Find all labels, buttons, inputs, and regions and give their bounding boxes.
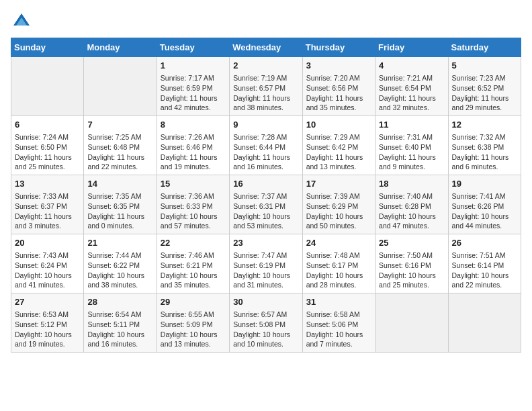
day-info: Sunrise: 7:36 AM Sunset: 6:33 PM Dayligh…: [161, 191, 226, 231]
day-number: 19: [452, 178, 517, 190]
day-info: Sunrise: 7:40 AM Sunset: 6:28 PM Dayligh…: [379, 191, 444, 231]
calendar-cell: 15Sunrise: 7:36 AM Sunset: 6:33 PM Dayli…: [157, 175, 229, 234]
day-number: 7: [87, 119, 152, 131]
calendar-cell: 27Sunrise: 6:53 AM Sunset: 5:12 PM Dayli…: [11, 293, 84, 353]
day-number: 24: [306, 237, 371, 249]
day-number: 8: [161, 119, 226, 131]
day-info: Sunrise: 7:20 AM Sunset: 6:56 PM Dayligh…: [306, 73, 371, 113]
calendar-cell: 6Sunrise: 7:24 AM Sunset: 6:50 PM Daylig…: [11, 116, 84, 175]
calendar-week-row: 1Sunrise: 7:17 AM Sunset: 6:59 PM Daylig…: [11, 57, 521, 116]
calendar-cell: 14Sunrise: 7:35 AM Sunset: 6:35 PM Dayli…: [84, 175, 157, 234]
day-info: Sunrise: 7:46 AM Sunset: 6:21 PM Dayligh…: [161, 250, 226, 290]
day-info: Sunrise: 6:54 AM Sunset: 5:11 PM Dayligh…: [87, 310, 152, 349]
day-info: Sunrise: 7:28 AM Sunset: 6:44 PM Dayligh…: [233, 132, 298, 172]
calendar-cell: 5Sunrise: 7:23 AM Sunset: 6:52 PM Daylig…: [448, 57, 521, 116]
day-info: Sunrise: 7:25 AM Sunset: 6:48 PM Dayligh…: [87, 132, 152, 172]
calendar-cell: 12Sunrise: 7:32 AM Sunset: 6:38 PM Dayli…: [448, 116, 521, 175]
calendar-cell: 31Sunrise: 6:58 AM Sunset: 5:06 PM Dayli…: [302, 293, 375, 353]
day-info: Sunrise: 7:37 AM Sunset: 6:31 PM Dayligh…: [233, 191, 298, 231]
day-number: 21: [87, 237, 152, 249]
day-info: Sunrise: 6:55 AM Sunset: 5:09 PM Dayligh…: [161, 310, 226, 349]
day-number: 29: [161, 296, 226, 308]
day-info: Sunrise: 7:47 AM Sunset: 6:19 PM Dayligh…: [233, 250, 298, 290]
calendar-cell: 9Sunrise: 7:28 AM Sunset: 6:44 PM Daylig…: [230, 116, 302, 175]
calendar-header: SundayMondayTuesdayWednesdayThursdayFrid…: [11, 38, 521, 57]
calendar-cell: 7Sunrise: 7:25 AM Sunset: 6:48 PM Daylig…: [84, 116, 157, 175]
calendar-cell: 25Sunrise: 7:50 AM Sunset: 6:16 PM Dayli…: [375, 234, 448, 293]
calendar-cell: 16Sunrise: 7:37 AM Sunset: 6:31 PM Dayli…: [230, 175, 302, 234]
weekday-header-thursday: Thursday: [302, 38, 375, 57]
calendar-cell: [84, 57, 157, 116]
day-info: Sunrise: 6:53 AM Sunset: 5:12 PM Dayligh…: [15, 310, 80, 349]
day-number: 9: [233, 119, 298, 131]
day-info: Sunrise: 7:29 AM Sunset: 6:42 PM Dayligh…: [306, 132, 371, 172]
day-info: Sunrise: 7:24 AM Sunset: 6:50 PM Dayligh…: [15, 132, 80, 172]
day-info: Sunrise: 6:58 AM Sunset: 5:06 PM Dayligh…: [306, 310, 371, 349]
day-number: 27: [15, 296, 80, 308]
day-info: Sunrise: 7:21 AM Sunset: 6:54 PM Dayligh…: [379, 73, 444, 113]
calendar-cell: 1Sunrise: 7:17 AM Sunset: 6:59 PM Daylig…: [157, 57, 229, 116]
day-info: Sunrise: 6:57 AM Sunset: 5:08 PM Dayligh…: [233, 310, 298, 349]
day-info: Sunrise: 7:17 AM Sunset: 6:59 PM Dayligh…: [161, 73, 226, 113]
weekday-header-friday: Friday: [375, 38, 448, 57]
day-number: 30: [233, 296, 298, 308]
day-number: 4: [379, 60, 444, 72]
day-number: 12: [452, 119, 517, 131]
calendar-cell: 17Sunrise: 7:39 AM Sunset: 6:29 PM Dayli…: [302, 175, 375, 234]
calendar-cell: 26Sunrise: 7:51 AM Sunset: 6:14 PM Dayli…: [448, 234, 521, 293]
calendar-week-row: 13Sunrise: 7:33 AM Sunset: 6:37 PM Dayli…: [11, 175, 521, 234]
day-number: 20: [15, 237, 80, 249]
day-number: 15: [161, 178, 226, 190]
day-info: Sunrise: 7:43 AM Sunset: 6:24 PM Dayligh…: [15, 250, 80, 290]
day-number: 17: [306, 178, 371, 190]
day-info: Sunrise: 7:19 AM Sunset: 6:57 PM Dayligh…: [233, 73, 298, 113]
day-info: Sunrise: 7:23 AM Sunset: 6:52 PM Dayligh…: [452, 73, 517, 113]
calendar-cell: 4Sunrise: 7:21 AM Sunset: 6:54 PM Daylig…: [375, 57, 448, 116]
calendar-cell: 24Sunrise: 7:48 AM Sunset: 6:17 PM Dayli…: [302, 234, 375, 293]
calendar-cell: [11, 57, 84, 116]
calendar-cell: 21Sunrise: 7:44 AM Sunset: 6:22 PM Dayli…: [84, 234, 157, 293]
calendar-week-row: 6Sunrise: 7:24 AM Sunset: 6:50 PM Daylig…: [11, 116, 521, 175]
calendar-cell: [448, 293, 521, 353]
day-number: 22: [161, 237, 226, 249]
logo: [11, 11, 31, 30]
day-info: Sunrise: 7:44 AM Sunset: 6:22 PM Dayligh…: [87, 250, 152, 290]
day-info: Sunrise: 7:32 AM Sunset: 6:38 PM Dayligh…: [452, 132, 517, 172]
page-header: [11, 11, 521, 30]
day-number: 14: [87, 178, 152, 190]
day-info: Sunrise: 7:41 AM Sunset: 6:26 PM Dayligh…: [452, 191, 517, 231]
day-number: 28: [87, 296, 152, 308]
calendar-cell: 19Sunrise: 7:41 AM Sunset: 6:26 PM Dayli…: [448, 175, 521, 234]
day-number: 13: [15, 178, 80, 190]
day-number: 25: [379, 237, 444, 249]
calendar-table: SundayMondayTuesdayWednesdayThursdayFrid…: [11, 38, 521, 353]
calendar-cell: 28Sunrise: 6:54 AM Sunset: 5:11 PM Dayli…: [84, 293, 157, 353]
weekday-header-monday: Monday: [84, 38, 157, 57]
calendar-cell: 20Sunrise: 7:43 AM Sunset: 6:24 PM Dayli…: [11, 234, 84, 293]
weekday-header-tuesday: Tuesday: [157, 38, 229, 57]
day-number: 11: [379, 119, 444, 131]
calendar-cell: 3Sunrise: 7:20 AM Sunset: 6:56 PM Daylig…: [302, 57, 375, 116]
weekday-header-saturday: Saturday: [448, 38, 521, 57]
calendar-cell: [375, 293, 448, 353]
calendar-week-row: 20Sunrise: 7:43 AM Sunset: 6:24 PM Dayli…: [11, 234, 521, 293]
day-info: Sunrise: 7:48 AM Sunset: 6:17 PM Dayligh…: [306, 250, 371, 290]
day-info: Sunrise: 7:26 AM Sunset: 6:46 PM Dayligh…: [161, 132, 226, 172]
day-number: 31: [306, 296, 371, 308]
weekday-header-sunday: Sunday: [11, 38, 84, 57]
calendar-cell: 8Sunrise: 7:26 AM Sunset: 6:46 PM Daylig…: [157, 116, 229, 175]
day-info: Sunrise: 7:51 AM Sunset: 6:14 PM Dayligh…: [452, 250, 517, 290]
day-number: 26: [452, 237, 517, 249]
calendar-cell: 23Sunrise: 7:47 AM Sunset: 6:19 PM Dayli…: [230, 234, 302, 293]
day-info: Sunrise: 7:50 AM Sunset: 6:16 PM Dayligh…: [379, 250, 444, 290]
day-info: Sunrise: 7:31 AM Sunset: 6:40 PM Dayligh…: [379, 132, 444, 172]
day-info: Sunrise: 7:35 AM Sunset: 6:35 PM Dayligh…: [87, 191, 152, 231]
day-number: 1: [161, 60, 226, 72]
calendar-cell: 29Sunrise: 6:55 AM Sunset: 5:09 PM Dayli…: [157, 293, 229, 353]
day-number: 6: [15, 119, 80, 131]
day-info: Sunrise: 7:39 AM Sunset: 6:29 PM Dayligh…: [306, 191, 371, 231]
day-number: 3: [306, 60, 371, 72]
calendar-cell: 18Sunrise: 7:40 AM Sunset: 6:28 PM Dayli…: [375, 175, 448, 234]
day-number: 5: [452, 60, 517, 72]
weekday-header-wednesday: Wednesday: [230, 38, 302, 57]
